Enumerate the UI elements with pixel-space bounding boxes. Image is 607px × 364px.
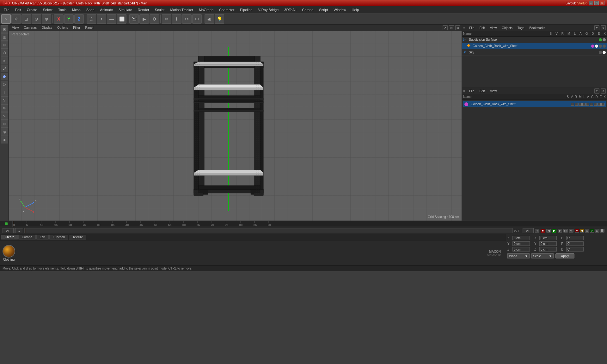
- menu-render[interactable]: Render: [135, 7, 152, 12]
- mat-tab-texture[interactable]: Texture: [69, 235, 86, 240]
- b-input[interactable]: [566, 247, 584, 252]
- menu-mesh[interactable]: Mesh: [70, 7, 83, 12]
- tool-poly-mode[interactable]: ⬜: [117, 14, 126, 24]
- btn-list[interactable]: ☰: [600, 229, 604, 233]
- left-tool-6[interactable]: 🖌: [1, 65, 8, 72]
- mat-tab-edit[interactable]: Edit: [36, 235, 49, 240]
- current-frame-input[interactable]: [3, 228, 14, 233]
- left-tool-7[interactable]: ⬟: [1, 73, 8, 80]
- z-pos-input[interactable]: [512, 247, 530, 252]
- btn-play[interactable]: ▶: [552, 229, 556, 233]
- left-tool-9[interactable]: |: [1, 88, 8, 96]
- btn-keyframe[interactable]: ◆: [580, 229, 584, 233]
- menu-file[interactable]: File: [1, 7, 12, 12]
- btn-next-frame[interactable]: ▶: [558, 229, 562, 233]
- tool-light[interactable]: 💡: [215, 14, 224, 24]
- maximize-button[interactable]: □: [594, 1, 599, 5]
- left-tool-11[interactable]: ⊕: [1, 104, 8, 112]
- menu-help[interactable]: Help: [349, 7, 362, 12]
- tool-z[interactable]: Z: [74, 14, 84, 24]
- btn-auto-key[interactable]: A: [590, 229, 594, 233]
- btn-go-start[interactable]: ⏮: [535, 229, 539, 233]
- timeline-ruler[interactable]: 0 5 10 15 20 25 30 35 40 45 50 55 60 65 …: [0, 221, 607, 227]
- menu-motion-tracker[interactable]: Motion Tracker: [168, 7, 196, 12]
- btn-scheme[interactable]: ⊞: [595, 229, 599, 233]
- attr-menu-view[interactable]: View: [488, 89, 499, 93]
- left-tool-12[interactable]: ∿: [1, 112, 8, 120]
- om-settings-btn[interactable]: ⚙: [601, 25, 606, 30]
- vp-circle-btn[interactable]: ◎: [449, 25, 454, 30]
- left-tool-13[interactable]: ⊞: [1, 120, 8, 128]
- menu-simulate[interactable]: Simulate: [116, 7, 135, 12]
- menu-create[interactable]: Create: [24, 7, 40, 12]
- timeline-scrubber[interactable]: [24, 228, 513, 233]
- y-pos-input[interactable]: [512, 241, 530, 246]
- om-menu-objects[interactable]: Objects: [500, 26, 514, 30]
- mat-tab-create[interactable]: Create: [1, 235, 18, 240]
- tool-edge-mode[interactable]: —: [107, 14, 116, 24]
- menu-sculpt[interactable]: Sculpt: [152, 7, 167, 12]
- left-tool-2[interactable]: ◫: [1, 33, 8, 41]
- menu-window[interactable]: Window: [331, 7, 348, 12]
- menu-character[interactable]: Character: [217, 7, 237, 12]
- om-menu-file[interactable]: File: [467, 26, 476, 30]
- menu-snap[interactable]: Snap: [84, 7, 97, 12]
- p-input[interactable]: [566, 241, 584, 246]
- menu-select[interactable]: Select: [40, 7, 55, 12]
- tool-select[interactable]: ↖: [1, 14, 11, 24]
- tool-render-settings[interactable]: ⚙: [150, 14, 159, 24]
- btn-prev-frame[interactable]: ◀: [546, 229, 551, 233]
- vp-menu-panel[interactable]: Panel: [83, 26, 95, 29]
- om-menu-view[interactable]: View: [488, 26, 499, 30]
- om-menu-tags[interactable]: Tags: [516, 26, 526, 30]
- material-swatch[interactable]: [3, 245, 15, 258]
- tool-x[interactable]: X: [54, 14, 64, 24]
- om-menu-bookmarks[interactable]: Bookmarks: [527, 26, 547, 30]
- vp-menu-view[interactable]: View: [10, 26, 21, 29]
- object-row-cloth-rack[interactable]: 🔶 Golden_Cloth_Rack_with_Shelf: [462, 43, 607, 49]
- menu-animate[interactable]: Animate: [98, 7, 115, 12]
- menu-3dtall[interactable]: 3DToAll: [282, 7, 299, 12]
- btn-stop[interactable]: ■: [541, 229, 545, 233]
- tool-object-mode[interactable]: ⬡: [87, 14, 96, 24]
- left-tool-15[interactable]: ◈: [1, 136, 8, 143]
- mat-tab-function[interactable]: Function: [49, 235, 68, 240]
- menu-vray[interactable]: V-Ray Bridge: [255, 7, 281, 12]
- tool-loop-sel[interactable]: ⬭: [192, 14, 202, 24]
- apply-button[interactable]: Apply: [555, 253, 574, 258]
- mat-tab-corona[interactable]: Corona: [18, 235, 36, 240]
- tool-extrude[interactable]: ⬆: [172, 14, 181, 24]
- btn-go-end[interactable]: ⏭: [563, 229, 568, 233]
- attr-settings-btn[interactable]: ⚙: [601, 88, 606, 94]
- y-scale-input[interactable]: [539, 241, 557, 246]
- vp-menu-filter[interactable]: Filter: [71, 26, 82, 29]
- x-pos-input[interactable]: [512, 236, 530, 240]
- viewport[interactable]: Perspective: [9, 31, 462, 221]
- menu-corona[interactable]: Corona: [299, 7, 316, 12]
- vp-menu-options[interactable]: Options: [55, 26, 70, 29]
- vp-menu-cameras[interactable]: Cameras: [22, 26, 39, 29]
- scale-dropdown[interactable]: Scale ▼: [531, 253, 554, 258]
- left-tool-10[interactable]: S: [1, 96, 8, 104]
- tool-rotate[interactable]: ⊙: [32, 14, 41, 24]
- btn-motion-clip[interactable]: ⊕: [585, 229, 589, 233]
- om-expand-btn[interactable]: ▼: [594, 25, 599, 30]
- btn-record[interactable]: ●: [575, 229, 579, 233]
- tool-point-mode[interactable]: •: [97, 14, 106, 24]
- x-scale-input[interactable]: [539, 236, 557, 240]
- object-row-sky[interactable]: ☀ Sky: [462, 49, 607, 56]
- menu-mograph[interactable]: MoGraph: [196, 7, 216, 12]
- left-tool-3[interactable]: ⊞: [1, 41, 8, 49]
- tool-transform[interactable]: ⊕: [42, 14, 51, 24]
- menu-script[interactable]: Script: [316, 7, 330, 12]
- tool-move[interactable]: ✥: [11, 14, 21, 24]
- object-row-subdivision[interactable]: ▷ Subdivision Surface: [462, 37, 607, 43]
- attr-row-cloth-rack[interactable]: Golden_Cloth_Rack_with_Shelf: [463, 101, 606, 107]
- tool-poly-pen[interactable]: ✏: [162, 14, 171, 24]
- left-tool-14[interactable]: ◎: [1, 128, 8, 136]
- close-button[interactable]: ✕: [600, 1, 604, 5]
- minimize-button[interactable]: −: [589, 1, 593, 5]
- attr-expand-btn[interactable]: ▼: [594, 88, 599, 94]
- left-tool-8[interactable]: ⬠: [1, 81, 8, 88]
- z-scale-input[interactable]: [539, 247, 557, 252]
